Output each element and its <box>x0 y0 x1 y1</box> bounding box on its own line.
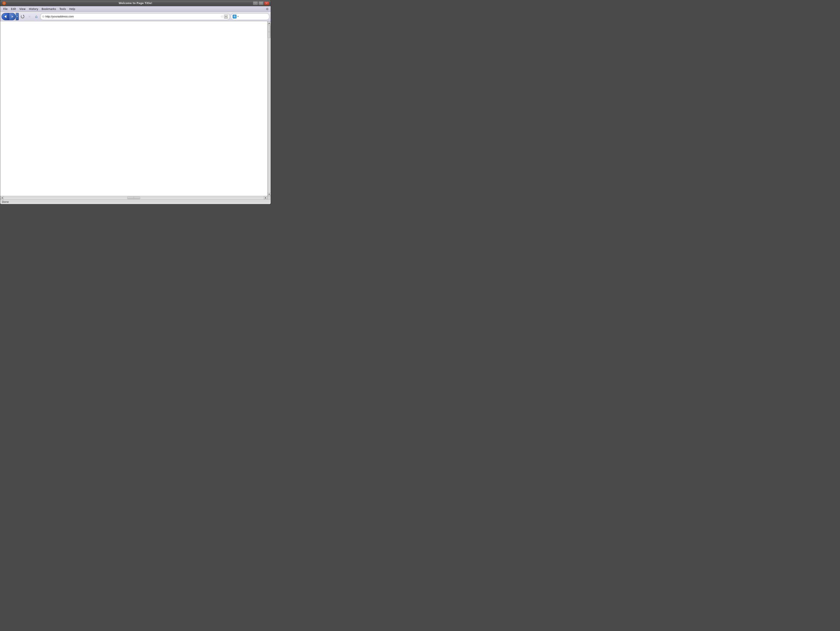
status-bar: Done <box>0 199 271 204</box>
back-button[interactable] <box>2 13 9 20</box>
minimize-button[interactable]: – <box>253 2 258 5</box>
gear-icon[interactable]: ⚙ <box>265 7 269 11</box>
menu-file[interactable]: File <box>2 7 9 11</box>
url-input[interactable] <box>45 15 220 18</box>
content-wrapper <box>0 21 271 196</box>
url-protocol-icon: ⊙ <box>42 15 44 18</box>
window-controls: – □ ✕ <box>253 2 269 5</box>
forward-button[interactable] <box>9 13 16 20</box>
scroll-thumb-v[interactable] <box>268 25 271 38</box>
scrollbar-corner <box>267 196 271 199</box>
scroll-thumb-grip <box>268 32 270 32</box>
url-bar[interactable]: ⊙ ☆ <box>40 13 230 20</box>
menu-history[interactable]: History <box>27 7 40 11</box>
web-content[interactable] <box>0 21 267 196</box>
status-text: Done <box>2 201 9 204</box>
menu-bar: File Edit View History Bookmarks Tools H… <box>0 6 271 12</box>
menu-edit[interactable]: Edit <box>9 7 17 11</box>
window-title: Welcome to Page Title! <box>119 2 152 5</box>
menu-help[interactable]: Help <box>68 7 77 11</box>
scroll-thumb-h-grip <box>133 197 134 198</box>
scroll-track-h[interactable] <box>4 196 264 199</box>
stop-icon: ✕ <box>28 15 31 18</box>
menu-tools[interactable]: Tools <box>58 7 68 11</box>
reload-button[interactable] <box>20 14 25 20</box>
vertical-scrollbar <box>267 21 271 196</box>
forward-arrow-icon <box>12 15 13 18</box>
search-input[interactable] <box>238 15 271 18</box>
home-icon: ⌂ <box>35 14 38 19</box>
bottom-bar <box>0 196 271 199</box>
menu-view[interactable]: View <box>17 7 27 11</box>
nav-history-dropdown[interactable] <box>16 13 19 20</box>
reload-icon <box>21 15 24 18</box>
scroll-thumb-h[interactable] <box>127 196 140 199</box>
firefox-icon <box>2 1 6 5</box>
nav-button-group <box>2 13 19 20</box>
svg-point-2 <box>4 3 5 4</box>
search-engine-icon: G <box>233 14 237 19</box>
title-bar: Welcome to Page Title! – □ ✕ <box>0 0 271 6</box>
stop-button[interactable]: ✕ <box>27 14 32 20</box>
menu-bookmarks[interactable]: Bookmarks <box>40 7 58 11</box>
scroll-left-button[interactable] <box>0 196 4 199</box>
toolbar: ✕ ⌂ ⊙ ☆ G 🔍 <box>0 12 271 21</box>
home-button[interactable]: ⌂ <box>33 14 39 20</box>
search-bar[interactable]: G 🔍 <box>231 13 269 20</box>
scroll-right-button[interactable] <box>264 196 267 199</box>
bookmark-star-icon[interactable]: ☆ <box>221 14 224 19</box>
url-dropdown-button[interactable] <box>224 14 228 19</box>
maximize-button[interactable]: □ <box>259 2 264 5</box>
close-button[interactable]: ✕ <box>264 2 269 5</box>
scroll-up-button[interactable] <box>267 21 271 25</box>
scroll-down-button[interactable] <box>267 193 271 196</box>
horizontal-scrollbar <box>0 196 267 199</box>
browser-window: Welcome to Page Title! – □ ✕ File Edit V… <box>0 0 271 204</box>
